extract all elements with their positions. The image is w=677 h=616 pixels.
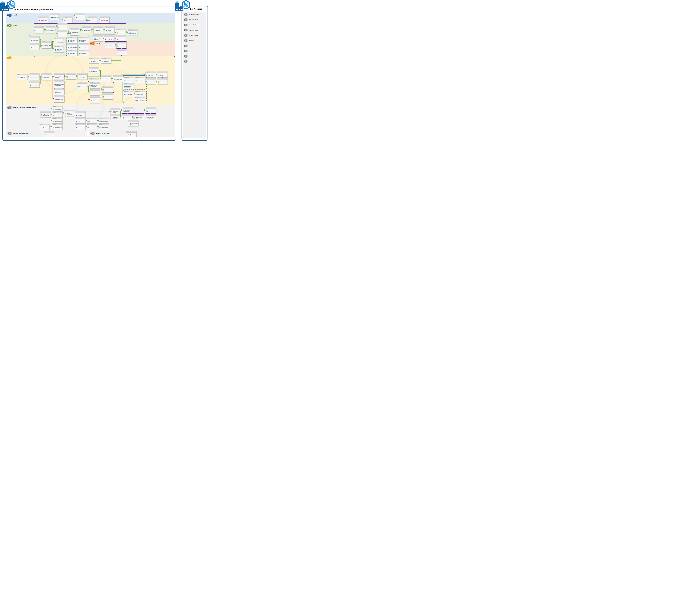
activity-type-label: Execute Pipeline	[63, 17, 73, 18]
stored-procedure-icon	[102, 60, 103, 62]
stored-procedure-icon	[67, 40, 69, 42]
activity-card: Execute PipelineArchive Cold Data	[100, 16, 109, 23]
worker-pipeline-label: Worker 5 - Serve	[189, 35, 198, 36]
activity-card: Execute PipelineThrow Exception – Invali…	[54, 88, 64, 95]
set-variable-icon: (x)	[30, 77, 32, 79]
activity-label: Pipeline Status Succeeded	[70, 53, 77, 54]
activity-type-label: Filter	[110, 108, 120, 110]
activity-card: LookupRaise Error	[44, 131, 54, 137]
activity-label: Get SPN Details	[33, 40, 38, 41]
activity-type-label: Execute Pipeline	[100, 17, 109, 18]
worker-pipeline-row: Worker 4 - Load	[183, 28, 206, 33]
azure-function-icon	[77, 85, 79, 87]
activity-label: Pipeline Status Unknown	[126, 80, 134, 81]
child-band	[89, 41, 175, 56]
activity-type-label: Set Variable	[52, 112, 62, 113]
lookup-icon	[146, 81, 147, 83]
activity-type-label: Set Variable	[128, 120, 138, 122]
activity-label: Filter Running Pipelines	[113, 111, 120, 113]
activity-type-label: ForEach	[117, 42, 126, 43]
lookup-icon	[105, 30, 107, 31]
lookup-icon	[89, 71, 91, 72]
activity-label: Check and Update Blockers	[95, 38, 103, 40]
svg-text:x: x	[53, 121, 54, 122]
activity-label: Pipeline Status Failed	[70, 47, 77, 48]
activity-label: Set Run Count Without Batch	[130, 123, 138, 125]
lookup-icon	[41, 114, 43, 116]
activity-card: Execute PipelineThrow Exception – Invali…	[146, 114, 156, 120]
pipeline-badge-icon	[166, 79, 167, 80]
activity-label: Get Email Parts	[148, 82, 153, 83]
activity-type-label: Execute Pipeline	[50, 13, 59, 15]
activity-label: Wait If Running	[105, 90, 110, 90]
activity-type-label: Stored Procedure	[54, 46, 63, 47]
activity-card: Execute PipelineStage Executor	[116, 35, 126, 41]
activity-type-label: Lookup	[89, 68, 99, 69]
activity-type-label: Set Variable	[99, 118, 109, 119]
switch-icon	[54, 41, 56, 43]
svg-text:x: x	[94, 30, 95, 31]
activity-card: Stored ProcedureCheck Outcome and Update…	[128, 29, 137, 36]
activity-label: Environment Setup	[52, 17, 59, 18]
activity-card: Stored ProcedureLog Pipeline Running	[66, 73, 76, 79]
pipeline-icon	[183, 54, 188, 58]
activity-type-label: Execute Pipeline	[76, 112, 85, 113]
utilities-running-pipeline-icon	[7, 106, 12, 110]
activity-label: Is Target Worker Validate	[56, 76, 64, 78]
activity-label: Get ADF Pipeline Runs	[90, 121, 97, 122]
activity-label: Log Check Function Activity Failure	[92, 100, 100, 101]
activity-type-label: Azure Function	[77, 82, 87, 84]
activity-label: Set SYN Runs Output	[101, 127, 108, 128]
activity-type-label: Azure Function	[42, 74, 52, 75]
switch-icon	[113, 79, 115, 80]
activity-card: ForEachExecute Pipelines	[117, 42, 127, 48]
activity-card: Stored ProcedureLog Pipeline Checking	[30, 43, 40, 50]
stored-procedure-icon	[135, 80, 137, 82]
infant-pipeline-icon	[7, 56, 12, 59]
activity-label: Sync Serving Layers	[78, 16, 85, 18]
activity-label: Pipeline Status Unknown	[70, 40, 77, 42]
svg-text:x: x	[53, 127, 54, 128]
worker-pipelines-panel: Worker 1 - ExtractWorker 2 - CleanWorker…	[183, 12, 206, 138]
web-icon	[76, 121, 78, 122]
activity-type-label: Execute Pipeline	[116, 36, 126, 37]
set-variable-icon: (x)	[90, 92, 92, 94]
child-pipeline-icon	[90, 41, 95, 45]
worker-pipeline-row: Worker 5 - Serve	[183, 33, 206, 38]
svg-text:x: x	[134, 117, 135, 119]
activity-card: Stored ProcedurePipeline Status Cancelle…	[135, 77, 145, 83]
activity-card: WebCheck for Valid ADF Pipeline Name	[75, 118, 86, 124]
activity-card: Set Variable(x)Set Run Count Without Bat…	[128, 120, 138, 126]
activity-label: Set Orchestrator Type	[55, 127, 62, 128]
activity-type-label: Execute Pipeline	[88, 17, 97, 18]
if-condition-icon	[103, 89, 104, 91]
activity-type-label: If Condition	[123, 107, 133, 109]
stored-procedure-icon	[90, 85, 92, 87]
execute-pipeline-icon	[146, 117, 148, 119]
stored-procedure-icon	[54, 99, 56, 101]
svg-text:x: x	[90, 61, 90, 62]
execute-pipeline-icon	[34, 30, 36, 32]
activity-type-label: Set Variable	[52, 106, 62, 107]
stored-procedure-icon	[58, 27, 59, 28]
activity-type-label: Stored Procedure	[66, 73, 76, 75]
section-label-parent: Parent	[12, 25, 16, 26]
activity-type-label: Lookup	[145, 78, 155, 80]
activity-card: Set Variable(x)Set Subscription Id	[52, 105, 62, 111]
section-label-utilities-email: Utilities – Email Sender	[96, 133, 110, 134]
worker-pipeline-label: Worker 1 - Extract	[189, 14, 198, 15]
stored-procedure-icon	[46, 30, 48, 32]
until-icon	[102, 79, 103, 80]
activity-label: Scale Up Compute	[41, 20, 47, 21]
activity-label: Validate Pipeline	[44, 77, 49, 78]
lookup-icon	[58, 34, 59, 36]
svg-text:): )	[54, 121, 54, 122]
activity-type-label: Web	[87, 124, 97, 125]
activity-label: Get SYN Pipeline Runs	[90, 127, 97, 128]
azure-function-icon	[124, 94, 126, 95]
set-variable-icon: (x)	[99, 121, 101, 122]
stored-procedure-icon	[124, 80, 126, 82]
activity-card: LookupGet SPN Details	[30, 36, 40, 43]
activity-label: Throw Exception – Invalid Worker	[148, 117, 156, 119]
activity-type-label: Set Variable	[52, 118, 62, 119]
